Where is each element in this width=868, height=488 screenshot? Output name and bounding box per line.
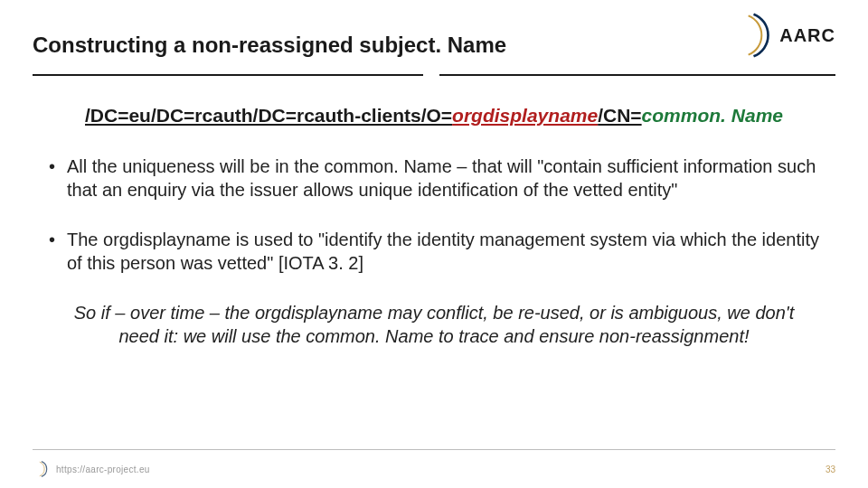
bullet-item: • The orgdisplayname is used to "identif… bbox=[49, 229, 819, 275]
aarc-arc-icon bbox=[33, 461, 49, 477]
bullet-text: All the uniqueness will be in the common… bbox=[67, 155, 819, 202]
brand-logo-text: AARC bbox=[779, 25, 835, 46]
conclusion-text: So if – over time – the orgdisplayname m… bbox=[49, 302, 819, 348]
bullet-mark-icon: • bbox=[49, 155, 67, 202]
bullet-item: • All the uniqueness will be in the comm… bbox=[49, 155, 819, 202]
slide-title: Constructing a non-reassigned subject. N… bbox=[33, 33, 506, 58]
dn-commonname: common. Name bbox=[642, 105, 783, 126]
slide-body: • All the uniqueness will be in the comm… bbox=[49, 155, 819, 349]
header-rule-left bbox=[33, 74, 423, 76]
dn-sep: /CN= bbox=[598, 105, 641, 126]
brand-logo: AARC bbox=[729, 13, 835, 58]
page-number: 33 bbox=[826, 465, 835, 474]
footer-url: https://aarc-project.eu bbox=[56, 465, 150, 474]
aarc-arc-icon bbox=[729, 13, 774, 58]
header: Constructing a non-reassigned subject. N… bbox=[33, 33, 835, 58]
bullet-text: The orgdisplayname is used to "identify … bbox=[67, 229, 819, 275]
dn-orgdisplayname: orgdisplayname bbox=[452, 105, 598, 126]
footer-rule bbox=[33, 449, 835, 450]
slide: Constructing a non-reassigned subject. N… bbox=[0, 0, 868, 488]
dn-string: /DC=eu/DC=rcauth/DC=rcauth-clients/O=org… bbox=[0, 105, 868, 127]
dn-prefix: /DC=eu/DC=rcauth/DC=rcauth-clients/O= bbox=[85, 105, 452, 126]
bullet-mark-icon: • bbox=[49, 229, 67, 275]
footer-left: https://aarc-project.eu bbox=[33, 461, 150, 477]
header-rule-right bbox=[439, 74, 835, 76]
footer: https://aarc-project.eu 33 bbox=[33, 461, 835, 477]
